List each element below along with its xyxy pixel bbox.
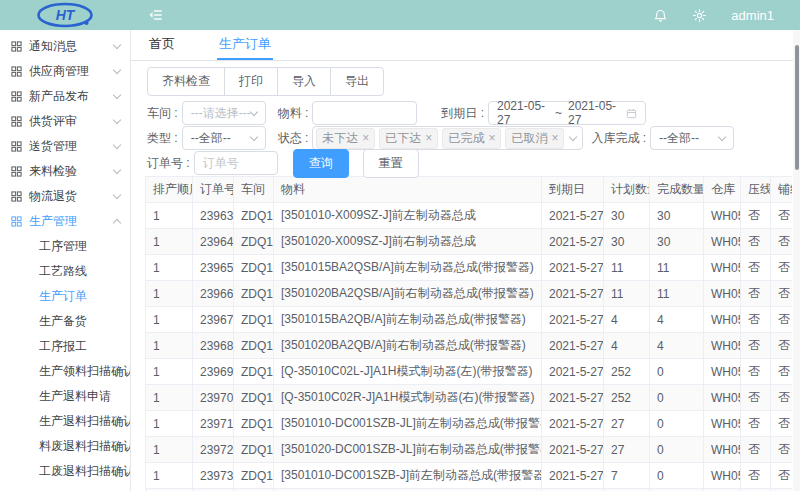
table-cell: [3501020BA2QSB/A]前右制动器总成(带报警器) bbox=[274, 281, 542, 307]
table-row[interactable]: 123972ZDQ13[3501020-DC001SZB-JL]前右制动器总成(… bbox=[146, 437, 793, 463]
logo: HT bbox=[0, 2, 130, 28]
sidebar-subitem[interactable]: 生产备货 bbox=[0, 309, 130, 334]
table-cell: 1 bbox=[146, 203, 193, 229]
table-cell: WH05 bbox=[704, 307, 741, 333]
sidebar-item-label: 供货评审 bbox=[29, 113, 77, 130]
table-cell: 否 bbox=[741, 411, 771, 437]
calendar-icon bbox=[626, 107, 637, 120]
table-cell: 4 bbox=[604, 307, 650, 333]
table-cell: 1 bbox=[146, 255, 193, 281]
chevron-down-icon bbox=[113, 66, 121, 74]
notification-bell-icon[interactable] bbox=[653, 8, 668, 23]
sidebar-item[interactable]: 新产品发布 bbox=[0, 84, 130, 109]
sidebar-item[interactable]: 物流退货 bbox=[0, 184, 130, 209]
toolbar-button[interactable]: 齐料检查 bbox=[147, 67, 225, 96]
table-cell: ZDQ13 bbox=[234, 255, 274, 281]
toolbar-button[interactable]: 导出 bbox=[330, 67, 384, 96]
table-cell: 1 bbox=[146, 333, 193, 359]
tab-active[interactable]: 生产订单 bbox=[217, 30, 273, 60]
due-date-start: 2021-05-27 bbox=[497, 99, 549, 127]
column-header: 排产顺序 bbox=[146, 177, 193, 203]
table-row[interactable]: 123966ZDQ13[3501020BA2QSB/A]前右制动器总成(带报警器… bbox=[146, 281, 793, 307]
sidebar-item[interactable]: 供货评审 bbox=[0, 109, 130, 134]
sidebar-subitem[interactable]: 工艺路线 bbox=[0, 259, 130, 284]
tab-item[interactable]: 首页 bbox=[147, 30, 177, 60]
table-cell: 否 bbox=[771, 229, 793, 255]
table-row[interactable]: 123967ZDQ13[3501015BA2QB/A]前左制动器总成(带报警器)… bbox=[146, 307, 793, 333]
sidebar-item[interactable]: 送货管理 bbox=[0, 134, 130, 159]
page-tabbar: 首页生产订单 bbox=[131, 30, 800, 61]
table-cell: ZDQ13 bbox=[234, 229, 274, 255]
table-cell: 252 bbox=[604, 385, 650, 411]
table-row[interactable]: 123969ZDQ13[Q-35010C02L-J]A1H模式制动器(左)(带报… bbox=[146, 359, 793, 385]
sidebar-item[interactable]: 通知消息 bbox=[0, 34, 130, 59]
order-no-input[interactable] bbox=[203, 156, 269, 170]
table-cell: WH05 bbox=[704, 255, 741, 281]
sidebar-subitem[interactable]: 生产退料扫描确认 bbox=[0, 409, 130, 434]
table-cell: 0 bbox=[650, 437, 704, 463]
table-row[interactable]: 123963ZDQ13[3501010-X009SZ-J]前左制动器总成2021… bbox=[146, 203, 793, 229]
remove-tag-icon[interactable]: × bbox=[425, 132, 432, 144]
sidebar-item-label: 送货管理 bbox=[29, 138, 77, 155]
sidebar-subitem[interactable]: 料废退料扫描确认 bbox=[0, 434, 130, 459]
table-body: 123963ZDQ13[3501010-X009SZ-J]前左制动器总成2021… bbox=[146, 203, 793, 491]
table-cell: ZDQ13 bbox=[234, 203, 274, 229]
sidebar-subitem[interactable]: 生产领料扫描确认 bbox=[0, 359, 130, 384]
table-cell: [Q-35010C02R-J]A1H模式制动器(右)(带报警器) bbox=[274, 385, 542, 411]
status-tag: 已取消× bbox=[505, 128, 564, 149]
remove-tag-icon[interactable]: × bbox=[551, 132, 558, 144]
sidebar-fold-icon[interactable] bbox=[148, 7, 165, 23]
sidebar-item[interactable]: 来料检验 bbox=[0, 159, 130, 184]
sidebar-subitem[interactable]: 工序报工 bbox=[0, 334, 130, 359]
table-cell: 0 bbox=[650, 359, 704, 385]
table-row[interactable]: 123968ZDQ13[3501020BA2QB/A]前右制动器总成(带报警器)… bbox=[146, 333, 793, 359]
reset-button[interactable]: 重置 bbox=[363, 149, 419, 178]
table-cell: 23970 bbox=[193, 385, 234, 411]
table-cell: 11 bbox=[604, 281, 650, 307]
table-row[interactable]: 123970ZDQ13[Q-35010C02R-J]A1H模式制动器(右)(带报… bbox=[146, 385, 793, 411]
material-input[interactable] bbox=[321, 106, 408, 120]
status-tag-label: 已完成 bbox=[448, 130, 484, 147]
toolbar-button[interactable]: 打印 bbox=[224, 67, 278, 96]
table-cell: 2021-5-27 bbox=[542, 307, 604, 333]
table-cell: ZDQ13 bbox=[234, 411, 274, 437]
sidebar-item[interactable]: 供应商管理 bbox=[0, 59, 130, 84]
vertical-scrollbar[interactable] bbox=[793, 30, 800, 491]
table-row[interactable]: 123964ZDQ13[3501020-X009SZ-J]前右制动器总成2021… bbox=[146, 229, 793, 255]
settings-gear-icon[interactable] bbox=[692, 8, 707, 23]
remove-tag-icon[interactable]: × bbox=[488, 132, 495, 144]
table-cell: 23972 bbox=[193, 437, 234, 463]
sidebar-subitem[interactable]: 生产订单 bbox=[0, 284, 130, 309]
table-cell: 否 bbox=[741, 229, 771, 255]
sidebar-subitem[interactable]: 生产退料申请 bbox=[0, 384, 130, 409]
remove-tag-icon[interactable]: × bbox=[362, 132, 369, 144]
table-cell: 2021-5-27 bbox=[542, 385, 604, 411]
search-button[interactable]: 查询 bbox=[293, 149, 349, 178]
material-label: 物料 : bbox=[278, 105, 309, 122]
table-row[interactable]: 123971ZDQ13[3501010-DC001SZB-JL]前左制动器总成(… bbox=[146, 411, 793, 437]
table-row[interactable]: 123965ZDQ13[3501015BA2QSB/A]前左制动器总成(带报警器… bbox=[146, 255, 793, 281]
status-tag: 未下达× bbox=[316, 128, 375, 149]
inbound-select[interactable]: --全部-- bbox=[650, 126, 734, 150]
table-cell: WH05 bbox=[704, 203, 741, 229]
due-date-range-input[interactable]: 2021-05-27 ~ 2021-05-27 bbox=[488, 101, 646, 125]
table-cell: WH05 bbox=[704, 385, 741, 411]
table-row[interactable]: 123973ZDQ13[3501010-DC001SZB-J]前左制动器总成(带… bbox=[146, 463, 793, 489]
workshop-select[interactable]: ---请选择--- bbox=[182, 101, 266, 125]
sidebar-item[interactable]: 生产管理 bbox=[0, 209, 130, 234]
type-select-value: --全部-- bbox=[191, 130, 231, 147]
sidebar-subitem[interactable]: 工序管理 bbox=[0, 234, 130, 259]
sidebar-item-label: 物流退货 bbox=[29, 188, 77, 205]
sidebar-subitem[interactable]: 工废退料扫描确认 bbox=[0, 459, 130, 484]
logo-text: HT bbox=[56, 7, 76, 23]
table-cell: [3501015BA2QSB/A]前左制动器总成(带报警器) bbox=[274, 255, 542, 281]
type-select[interactable]: --全部-- bbox=[182, 126, 266, 150]
table-cell: 23964 bbox=[193, 229, 234, 255]
table-cell: 1 bbox=[146, 411, 193, 437]
toolbar-button[interactable]: 导入 bbox=[277, 67, 331, 96]
status-multiselect[interactable]: 未下达×已下达×已完成×已取消× bbox=[312, 126, 583, 150]
scrollbar-thumb[interactable] bbox=[795, 45, 799, 170]
current-user[interactable]: admin1 bbox=[731, 8, 774, 23]
table-cell: 否 bbox=[771, 359, 793, 385]
table-cell: 30 bbox=[604, 203, 650, 229]
